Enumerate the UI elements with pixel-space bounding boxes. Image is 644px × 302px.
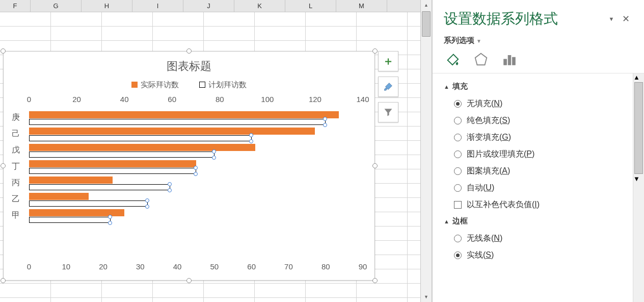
- resize-handle-e[interactable]: [372, 163, 378, 168]
- chart-styles-button[interactable]: [378, 77, 398, 97]
- resize-handle-sw[interactable]: [1, 278, 6, 283]
- section-fill-header[interactable]: ▲填充: [444, 82, 620, 91]
- chart-quick-buttons: ＋: [378, 51, 399, 122]
- bar-plan[interactable]: [29, 217, 111, 223]
- pane-category-tabs: [433, 48, 644, 73]
- axis-tick: 10: [62, 262, 70, 271]
- axis-tick: 40: [120, 95, 129, 104]
- sheet-vertical-scrollbar[interactable]: ▲ ▼: [420, 0, 432, 302]
- radio-icon: [454, 184, 462, 192]
- svg-marker-0: [475, 54, 487, 65]
- bar-plan[interactable]: [29, 168, 196, 174]
- chart-legend[interactable]: 实际拜访数 计划拜访数: [4, 80, 374, 90]
- tab-fill-line[interactable]: [444, 51, 461, 68]
- brush-icon: [383, 81, 394, 92]
- radio-fill-gradient[interactable]: 渐变填充(G): [444, 129, 620, 146]
- series-selection-marker: [194, 166, 198, 170]
- scroll-thumb[interactable]: [634, 82, 643, 174]
- radio-fill-picture[interactable]: 图片或纹理填充(P): [444, 146, 620, 163]
- pane-content: ▲填充 无填充(N) 纯色填充(S) 渐变填充(G) 图片或纹理填充(P) 图案…: [433, 73, 633, 269]
- category-label: 丙: [12, 178, 20, 188]
- resize-handle-ne[interactable]: [372, 48, 378, 54]
- scroll-up-icon[interactable]: ▲: [633, 73, 644, 81]
- bar-plan[interactable]: [29, 135, 252, 141]
- axis-tick: 0: [27, 95, 31, 104]
- scroll-thumb[interactable]: [422, 11, 431, 37]
- radio-label: 实线: [467, 250, 483, 259]
- bar-plan[interactable]: [29, 200, 148, 207]
- chart-title[interactable]: 图表标题: [4, 59, 374, 74]
- checkbox-icon: [454, 201, 462, 209]
- resize-handle-se[interactable]: [372, 278, 378, 283]
- column-header-f[interactable]: F: [0, 0, 31, 12]
- category-label: 己: [12, 129, 20, 139]
- pane-subtitle[interactable]: 系列选项▼: [433, 31, 644, 48]
- resize-handle-nw[interactable]: [1, 48, 6, 54]
- bar-plan[interactable]: [29, 184, 170, 190]
- checkbox-invert-negative[interactable]: 以互补色代表负值(I): [444, 196, 620, 213]
- radio-icon: [454, 117, 462, 124]
- bar-actual[interactable]: [29, 177, 113, 184]
- pane-vertical-scrollbar[interactable]: ▲ ▼: [633, 73, 644, 302]
- pentagon-icon: [473, 52, 489, 67]
- bar-plan[interactable]: [29, 152, 214, 158]
- axis-tick: 100: [261, 95, 274, 104]
- category-row: 甲: [29, 207, 363, 223]
- pane-options-dropdown[interactable]: ▼: [604, 16, 619, 22]
- scroll-down-icon[interactable]: ▼: [633, 175, 644, 183]
- bar-actual[interactable]: [29, 160, 196, 167]
- column-header-g[interactable]: G: [31, 0, 82, 12]
- category-row: 乙: [29, 191, 363, 207]
- category-label: 乙: [12, 194, 20, 205]
- column-header-m[interactable]: M: [336, 0, 387, 12]
- radio-icon: [454, 100, 462, 108]
- column-header-k[interactable]: K: [234, 0, 285, 12]
- resize-handle-s[interactable]: [186, 278, 192, 283]
- section-border-header[interactable]: ▲边框: [444, 216, 620, 226]
- column-header-l[interactable]: L: [285, 0, 336, 12]
- scroll-down-icon[interactable]: ▼: [421, 292, 432, 302]
- bar-actual[interactable]: [29, 111, 339, 118]
- pane-close-button[interactable]: ✕: [619, 13, 633, 24]
- tab-series-options[interactable]: [501, 51, 518, 68]
- radio-fill-pattern[interactable]: 图案填充(A): [444, 163, 620, 180]
- radio-border-solid[interactable]: 实线(S): [444, 247, 620, 264]
- legend-label-plan: 计划拜访数: [208, 80, 247, 89]
- category-label: 甲: [12, 210, 20, 221]
- category-row: 戊: [29, 142, 363, 158]
- x-axis-top[interactable]: 020406080100120140: [29, 95, 363, 105]
- bar-actual[interactable]: [29, 193, 89, 200]
- radio-fill-auto[interactable]: 自动(U): [444, 180, 620, 196]
- series-selection-marker: [108, 215, 112, 219]
- column-header-j[interactable]: J: [183, 0, 234, 12]
- axis-tick: 140: [356, 95, 369, 104]
- chevron-down-icon: ▼: [476, 38, 481, 44]
- axis-tick: 70: [284, 262, 293, 271]
- x-axis-bottom[interactable]: 0102030405060708090: [29, 262, 363, 272]
- worksheet-area[interactable]: F G H I J K L M 图表标题 实际拜访数 计划拜访数 0204060…: [0, 0, 432, 302]
- radio-border-none[interactable]: 无线条(N): [444, 230, 620, 247]
- radio-label: 渐变填充: [467, 133, 499, 141]
- radio-fill-solid[interactable]: 纯色填充(S): [444, 112, 620, 129]
- bar-plan[interactable]: [29, 119, 326, 125]
- bar-actual[interactable]: [29, 128, 315, 135]
- scroll-track[interactable]: [421, 38, 432, 292]
- radio-icon: [454, 235, 462, 242]
- chart-bars[interactable]: 庚己戊丁丙乙甲: [29, 109, 363, 258]
- radio-fill-none[interactable]: 无填充(N): [444, 95, 620, 112]
- resize-handle-w[interactable]: [1, 163, 6, 168]
- resize-handle-n[interactable]: [186, 48, 192, 54]
- bar-actual[interactable]: [29, 144, 255, 151]
- chart-add-element-button[interactable]: ＋: [378, 51, 398, 71]
- radio-icon: [454, 134, 462, 141]
- paint-bucket-icon: [445, 52, 460, 67]
- chart-plot-area[interactable]: 020406080100120140 庚己戊丁丙乙甲 0102030405060…: [29, 95, 363, 258]
- section-fill-label: 填充: [452, 82, 468, 90]
- format-pane: 设置数据系列格式 ▼ ✕ 系列选项▼ ▲填充 无填充(N) 纯色填充(S) 渐变…: [432, 0, 644, 302]
- embedded-chart[interactable]: 图表标题 实际拜访数 计划拜访数 020406080100120140 庚己戊丁…: [3, 51, 375, 281]
- scroll-up-icon[interactable]: ▲: [421, 0, 432, 10]
- column-header-i[interactable]: I: [132, 0, 183, 12]
- chart-filter-button[interactable]: [378, 102, 398, 122]
- column-header-h[interactable]: H: [82, 0, 132, 12]
- tab-effects[interactable]: [472, 51, 490, 68]
